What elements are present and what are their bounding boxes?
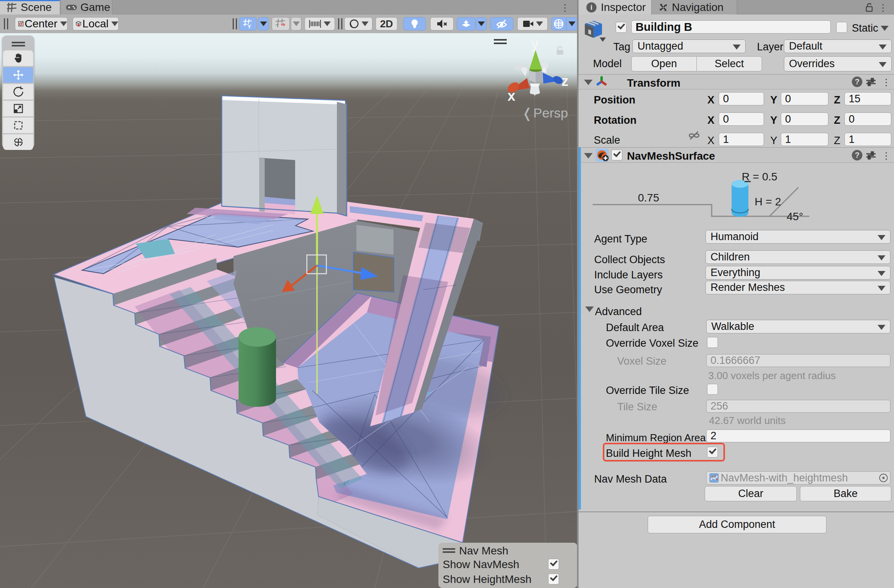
svg-text:H = 2: H = 2 — [755, 196, 781, 208]
svg-text:45°: 45° — [787, 210, 803, 223]
svg-text:R = 0.5: R = 0.5 — [742, 171, 777, 183]
svg-text:x: x — [508, 88, 515, 104]
svg-text:Y: Y — [248, 23, 251, 29]
svg-text:0.75: 0.75 — [638, 192, 659, 204]
svg-text:❬: ❬ — [522, 106, 533, 121]
svg-text:Persp: Persp — [533, 105, 568, 120]
svg-text:y: y — [531, 36, 539, 52]
svg-text:z: z — [561, 73, 568, 89]
